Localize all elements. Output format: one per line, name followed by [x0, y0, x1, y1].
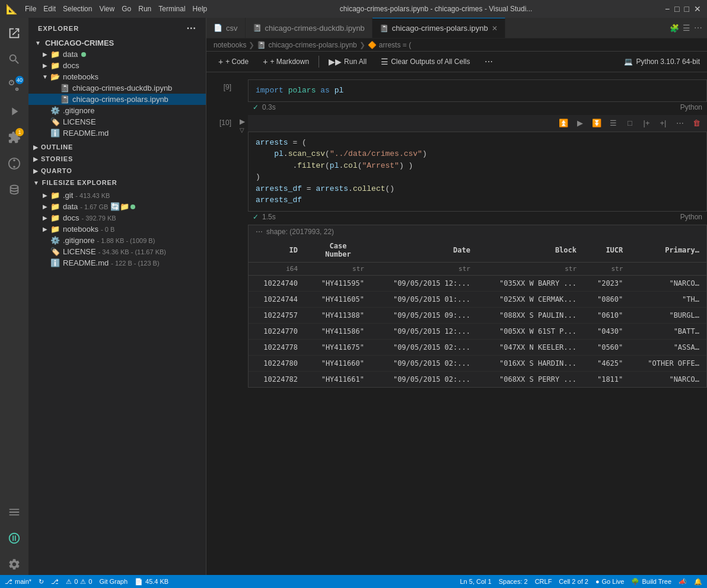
tab-polars[interactable]: 📓 chicago-crimes-polars.ipynb ✕ [372, 18, 505, 38]
sidebar-more-icon[interactable]: ⋯ [186, 23, 196, 34]
close-icon[interactable]: ✕ [694, 4, 701, 14]
sidebar-item-data[interactable]: ▶ 📁 data [28, 49, 206, 60]
status-go-live[interactable]: ● Go Live [595, 578, 625, 586]
menu-selection[interactable]: Selection [63, 5, 92, 13]
cell-add-before-icon[interactable]: |+ [639, 117, 654, 130]
activity-settings-icon[interactable] [4, 554, 25, 575]
activity-search-icon[interactable] [4, 49, 25, 70]
cell-10-code[interactable]: arrests = ( pl.scan_csv("../data/crimes.… [248, 132, 707, 212]
filesize-item-license[interactable]: 🏷️ LICENSE - 34.36 KB - (11.67 KB) [28, 246, 206, 257]
cell-9-status: ✓ 0.3s Python [248, 102, 707, 113]
menu-file[interactable]: File [25, 5, 36, 13]
menu-run[interactable]: Run [138, 5, 151, 13]
filesize-item-notebooks[interactable]: ▶ 📁 notebooks - 0 B [28, 223, 206, 235]
status-git-graph[interactable]: Git Graph [99, 578, 128, 585]
status-sync[interactable]: ↻ [39, 578, 44, 586]
activity-bar: 40 1 [0, 18, 28, 575]
cell-split-icon[interactable]: □ [623, 117, 637, 130]
status-errors[interactable]: ⚠ 0 ⚠ 0 [66, 578, 92, 586]
activity-panel-icon[interactable] [4, 501, 25, 523]
status-bell-icon[interactable]: 🔔 [694, 578, 702, 586]
python-version-info[interactable]: 💻 Python 3.10.7 64-bit [624, 57, 700, 66]
sidebar-section-outline[interactable]: ▶ OUTLINE [28, 141, 206, 153]
activity-run-debug-icon[interactable] [4, 101, 25, 122]
activity-source-control-icon[interactable]: 40 [4, 75, 25, 96]
reload-icon[interactable]: 🔄 [110, 202, 120, 211]
status-build-tree[interactable]: 🌳 Build Tree [631, 578, 671, 586]
sidebar-item-notebooks[interactable]: ▼ 📂 notebooks [28, 71, 206, 82]
sidebar-item-duckdb-notebook[interactable]: 📓 chicago-crimes-duckdb.ipynb [28, 82, 206, 94]
clear-outputs-button[interactable]: ☰ Clear Outputs of All Cells [376, 55, 474, 68]
run-all-button[interactable]: ▶▶ Run All [324, 55, 371, 68]
chevron-down-icon: ▼ [33, 40, 43, 46]
sidebar-section-filesize[interactable]: ▼ FILESIZE EXPLORER [28, 177, 206, 188]
expand-cell-icon[interactable]: ▽ [240, 127, 244, 133]
cell-run-above-icon[interactable]: ⏫ [556, 117, 571, 130]
cell-run-below-icon[interactable]: ⏬ [590, 117, 604, 130]
cell-9: [9] import polars as pl ✓ 0.3s Python [206, 79, 707, 113]
add-markdown-button[interactable]: + + Markdown [258, 55, 314, 68]
filesize-item-readme[interactable]: ℹ️ README.md - 122 B - (123 B) [28, 257, 206, 269]
notebook-content[interactable]: [9] import polars as pl ✓ 0.3s Python [1… [206, 72, 707, 575]
add-code-button[interactable]: + + Code [214, 55, 253, 68]
status-source-control[interactable]: ⎇ [51, 578, 59, 586]
menu-terminal[interactable]: Terminal [158, 5, 185, 13]
breadcrumb-file[interactable]: chicago-crimes-polars.ipynb [268, 41, 356, 49]
status-git-branch[interactable]: ⎇ main* [5, 578, 31, 586]
cell-delete-icon[interactable]: 🗑 [689, 117, 703, 130]
activity-extensions-icon[interactable]: 1 [4, 127, 25, 148]
cell-10-number: [10] [206, 115, 236, 222]
col-block: Block [477, 238, 584, 263]
tab-duckdb[interactable]: 📓 chicago-crimes-duckdb.ipynb [246, 18, 372, 38]
sidebar-section-quarto[interactable]: ▶ QUARTO [28, 165, 206, 177]
status-cell-info[interactable]: Cell 2 of 2 [559, 578, 588, 586]
menu-go[interactable]: Go [122, 5, 131, 13]
filesize-item-docs[interactable]: ▶ 📁 docs - 392.79 KB [28, 212, 206, 223]
status-encoding[interactable]: CRLF [535, 578, 552, 586]
restore-icon[interactable]: □ [674, 4, 679, 14]
notebook-file-icon: 📓 [253, 24, 262, 32]
col-date: Date [371, 238, 477, 263]
sidebar-item-license[interactable]: 🏷️ LICENSE [28, 116, 206, 127]
menu-edit[interactable]: Edit [43, 5, 56, 13]
sidebar-section-stories[interactable]: ▶ STORIES [28, 153, 206, 165]
output-more-icon[interactable]: ⋯ [256, 228, 263, 236]
filesize-item-git[interactable]: ▶ 📁 .git - 413.43 KB [28, 190, 206, 201]
cell-add-after-icon[interactable]: +| [656, 117, 670, 130]
activity-explorer-icon[interactable] [4, 23, 25, 44]
breadcrumb-file-icon: 📓 [257, 41, 266, 49]
cell-9-code[interactable]: import polars as pl [248, 79, 707, 102]
activity-jupyter-icon[interactable] [4, 153, 25, 174]
cell-run-icon[interactable]: ▶ [573, 117, 587, 130]
minimize-icon[interactable]: − [665, 4, 670, 14]
status-spaces[interactable]: Spaces: 2 [499, 578, 528, 586]
breadcrumb-notebooks[interactable]: notebooks [214, 41, 246, 49]
extension-icon[interactable]: 🧩 [670, 24, 679, 33]
sidebar-item-project[interactable]: ▼ CHICAGO-CRIMES [28, 37, 206, 49]
sidebar-item-readme[interactable]: ℹ️ README.md [28, 127, 206, 139]
folder2-icon[interactable]: 📁 [120, 202, 129, 211]
cell-more-icon[interactable]: ⋯ [673, 117, 687, 130]
status-feedback-icon[interactable]: 📣 [679, 578, 687, 586]
run-cell-icon[interactable]: ▶ [240, 117, 245, 126]
cell-options-icon[interactable]: ☰ [606, 117, 620, 130]
more-toolbar-button[interactable]: ⋯ [480, 55, 498, 68]
filesize-item-gitignore[interactable]: ⚙️ .gitignore - 1.88 KB - (1009 B) [28, 235, 206, 246]
sidebar-item-gitignore[interactable]: ⚙️ .gitignore [28, 105, 206, 116]
menu-help[interactable]: Help [193, 5, 208, 13]
filesize-item-data[interactable]: ▶ 📁 data - 1.67 GB 🔄 📁 [28, 201, 206, 212]
activity-database-icon[interactable] [4, 179, 25, 200]
status-filesize[interactable]: 📄 45.4 KB [135, 578, 168, 586]
split-icon[interactable]: ⋯ [694, 23, 702, 33]
menu-view[interactable]: View [99, 5, 114, 13]
activity-python-icon[interactable] [4, 528, 25, 549]
layout-icon[interactable]: ☰ [683, 23, 690, 33]
status-position[interactable]: Ln 5, Col 1 [460, 578, 492, 586]
breadcrumb-symbol[interactable]: arrests = ( [379, 41, 411, 49]
tab-close-icon[interactable]: ✕ [492, 24, 498, 33]
maximize-icon[interactable]: □ [684, 4, 689, 14]
tab-csv[interactable]: 📄 csv [206, 18, 246, 38]
chevron-right-icon: ▶ [40, 51, 50, 57]
sidebar-item-polars-notebook[interactable]: 📓 chicago-crimes-polars.ipynb [28, 94, 206, 105]
sidebar-item-docs[interactable]: ▶ 📁 docs [28, 60, 206, 71]
